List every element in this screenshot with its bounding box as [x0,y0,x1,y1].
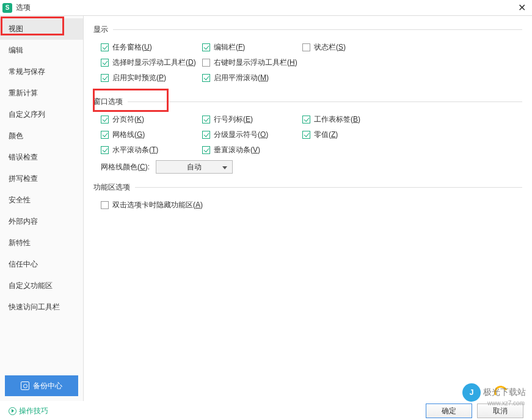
watermark-sub: www.xz7.com [487,400,525,407]
label-formulabar[interactable]: 编辑栏(F) [214,42,245,53]
app-icon: S [2,3,12,13]
backup-center-button[interactable]: 备份中心 [5,375,78,396]
checkbox-floattoolbar-select[interactable] [101,59,109,67]
checkbox-smoothscroll[interactable] [202,74,210,82]
label-sheettabs[interactable]: 工作表标签(B) [314,114,360,125]
sidebar-item-general[interactable]: 常规与保存 [0,61,83,83]
play-icon [9,407,16,415]
checkbox-zerovalue[interactable] [302,131,310,139]
checkbox-gridlines[interactable] [101,131,109,139]
sidebar-item-edit[interactable]: 编辑 [0,40,83,61]
checkbox-sheettabs[interactable] [302,116,310,123]
label-zerovalue[interactable]: 零值(Z) [314,130,338,140]
sidebar-item-color[interactable]: 颜色 [0,125,83,147]
sidebar-item-trustcenter[interactable]: 信任中心 [0,254,83,275]
sidebar-item-external[interactable]: 外部内容 [0,211,83,232]
checkbox-hideribbon[interactable] [101,201,109,209]
label-vscroll[interactable]: 垂直滚动条(V) [214,145,260,155]
watermark-logo-icon: J [462,383,481,402]
sidebar-item-view[interactable]: 视图 [0,18,83,40]
tips-link[interactable]: 操作技巧 [9,406,48,416]
checkbox-rowheaders[interactable] [202,116,210,123]
section-window-title: 窗口选项 [93,97,123,107]
close-button[interactable]: ✕ [514,0,530,16]
checkbox-formulabar[interactable] [202,43,210,51]
label-statusbar[interactable]: 状态栏(S) [314,42,346,53]
label-taskpane[interactable]: 任务窗格(U) [112,42,152,53]
sidebar-item-spellcheck[interactable]: 拼写检查 [0,168,83,190]
checkbox-statusbar[interactable] [302,43,310,51]
label-smoothscroll[interactable]: 启用平滑滚动(M) [214,73,269,83]
section-display-title: 显示 [93,24,108,35]
section-ribbon-title: 功能区选项 [93,182,130,193]
label-outlinesymbols[interactable]: 分级显示符号(O) [214,130,268,140]
checkbox-pagebreak[interactable] [101,116,109,123]
sidebar-item-newfeature[interactable]: 新特性 [0,232,83,254]
label-pagebreak[interactable]: 分页符(K) [112,114,144,125]
label-rowheaders[interactable]: 行号列标(E) [214,114,253,125]
checkbox-floattoolbar-rclick[interactable] [202,59,210,67]
ok-button[interactable]: 确定 [426,403,472,418]
label-gridlines[interactable]: 网格线(G) [112,130,145,140]
sidebar-item-recalc[interactable]: 重新计算 [0,83,83,104]
titlebar: S 选项 ✕ [0,0,532,16]
checkbox-hscroll[interactable] [101,146,109,154]
checkbox-outlinesymbols[interactable] [202,131,210,139]
sidebar-item-security[interactable]: 安全性 [0,190,83,211]
label-hscroll[interactable]: 水平滚动条(T) [112,145,158,155]
gridcolor-label: 网格线颜色(C): [101,162,150,172]
gridcolor-dropdown[interactable]: 自动 [156,160,233,174]
checkbox-taskpane[interactable] [101,43,109,51]
backup-label: 备份中心 [33,381,62,391]
label-floattoolbar-select[interactable]: 选择时显示浮动工具栏(D) [112,57,196,68]
sidebar: 视图 编辑 常规与保存 重新计算 自定义序列 颜色 错误检查 拼写检查 安全性 … [0,16,84,401]
sidebar-item-customlist[interactable]: 自定义序列 [0,104,83,125]
label-floattoolbar-rclick[interactable]: 右键时显示浮动工具栏(H) [214,57,297,68]
checkbox-vscroll[interactable] [202,146,210,154]
watermark: J 极光下载站 [462,383,526,402]
sidebar-item-errorcheck[interactable]: 错误检查 [0,147,83,168]
window-title: 选项 [16,2,514,13]
label-livepreview[interactable]: 启用实时预览(P) [112,73,166,83]
label-hideribbon[interactable]: 双击选项卡时隐藏功能区(A) [112,200,203,210]
footer: 操作技巧 确定 取消 [0,402,532,420]
checkbox-livepreview[interactable] [101,74,109,82]
sidebar-item-customribbon[interactable]: 自定义功能区 [0,275,83,297]
content-panel: 显示 任务窗格(U) 编辑栏(F) 状态栏(S) 选择时显示浮动工具栏(D) 右… [84,16,532,401]
sidebar-item-quickaccess[interactable]: 快速访问工具栏 [0,297,83,318]
backup-icon [21,381,29,390]
